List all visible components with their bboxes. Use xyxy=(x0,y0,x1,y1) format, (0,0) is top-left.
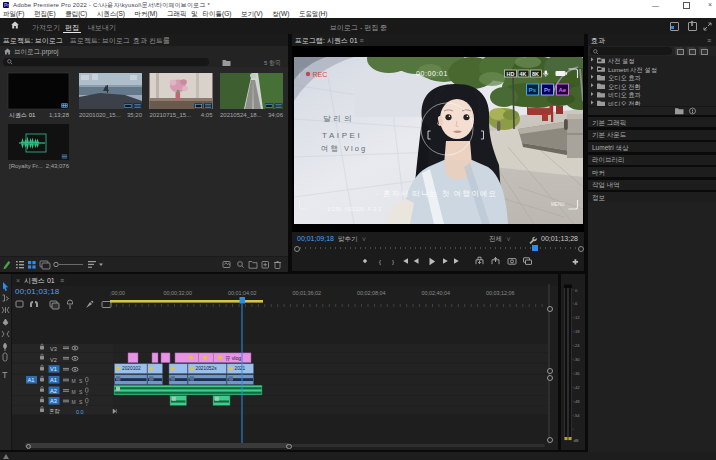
svg-text:뀨 vlog: 뀨 vlog xyxy=(225,355,241,361)
svg-text:00;03;12;06: 00;03;12;06 xyxy=(486,290,514,296)
svg-text:오디오 전환: 오디오 전환 xyxy=(608,83,641,90)
svg-text:4;05: 4;05 xyxy=(201,112,213,118)
svg-text:{: { xyxy=(379,259,381,265)
svg-text:오디오 효과: 오디오 효과 xyxy=(608,74,641,81)
svg-text:M: M xyxy=(72,378,76,384)
svg-text:여행 Vlog: 여행 Vlog xyxy=(321,144,367,153)
svg-text:-12: -12 xyxy=(574,315,581,320)
svg-text:35;20: 35;20 xyxy=(127,112,143,118)
svg-text:-54: -54 xyxy=(574,413,581,418)
svg-text:M: M xyxy=(72,399,76,405)
svg-text:00;00;32;00: 00;00;32;00 xyxy=(164,290,192,296)
svg-text:dB: dB xyxy=(574,438,579,443)
svg-text:}: } xyxy=(392,259,394,265)
svg-text:M: M xyxy=(72,389,76,395)
svg-text:34;06: 34;06 xyxy=(268,112,284,118)
svg-text:-24: -24 xyxy=(574,343,581,348)
svg-text:TAIPEI: TAIPEI xyxy=(322,131,362,140)
svg-text:;00;00: ;00;00 xyxy=(110,290,125,296)
svg-text:HD: HD xyxy=(506,71,514,77)
svg-text:2;43;076: 2;43;076 xyxy=(46,163,70,169)
svg-text:00;01;04;02: 00;01;04;02 xyxy=(228,290,256,296)
svg-text:20210524_18...: 20210524_18... xyxy=(220,112,262,118)
svg-text:00;01;36;02: 00;01;36;02 xyxy=(293,290,321,296)
svg-text:비디오 효과: 비디오 효과 xyxy=(608,91,641,98)
svg-text:1/250 ISO200 F 2.2: 1/250 ISO200 F 2.2 xyxy=(327,206,381,212)
svg-text:시퀀스 01: 시퀀스 01 xyxy=(9,112,36,118)
svg-text:A2: A2 xyxy=(50,388,57,394)
svg-text:-18: -18 xyxy=(574,329,581,334)
svg-text:A1: A1 xyxy=(50,377,57,383)
svg-text:1;13;28: 1;13;28 xyxy=(49,112,70,118)
svg-text:[Royalty Fr...: [Royalty Fr... xyxy=(9,163,43,169)
svg-text:- 혼자서 떠나는 첫 여행이에요: - 혼자서 떠나는 첫 여행이에요 xyxy=(376,189,497,198)
svg-text:달리의: 달리의 xyxy=(323,114,355,123)
svg-text:A1: A1 xyxy=(28,377,35,383)
svg-text:Ae: Ae xyxy=(558,87,566,93)
svg-text:00:00:01: 00:00:01 xyxy=(416,70,448,77)
svg-text:MENU: MENU xyxy=(551,202,565,207)
svg-text:사전 설정: 사전 설정 xyxy=(608,57,634,65)
svg-text:0: 0 xyxy=(575,288,578,293)
svg-text:A3: A3 xyxy=(50,398,57,404)
svg-text:혼합: 혼합 xyxy=(49,408,60,414)
svg-text:T: T xyxy=(2,370,8,380)
svg-text:20201020_15...: 20201020_15... xyxy=(79,112,121,118)
svg-text:8K: 8K xyxy=(532,71,539,77)
svg-text:4K: 4K xyxy=(519,71,526,77)
svg-text:0.0: 0.0 xyxy=(76,409,84,415)
svg-text:2021052s: 2021052s xyxy=(196,366,218,371)
svg-text:-42: -42 xyxy=(574,385,581,390)
svg-text:-30: -30 xyxy=(574,357,581,362)
svg-text:2021: 2021 xyxy=(235,366,246,371)
svg-text:00;02;40;04: 00;02;40;04 xyxy=(422,290,450,296)
svg-text:Pr: Pr xyxy=(544,87,551,93)
svg-text:V2: V2 xyxy=(50,357,57,363)
svg-text:20210715_15...: 20210715_15... xyxy=(150,112,192,118)
svg-text:2020102: 2020102 xyxy=(122,366,141,371)
svg-text:00;02;08;04: 00;02;08;04 xyxy=(357,290,385,296)
svg-text:Ps: Ps xyxy=(528,87,536,93)
svg-text:Lumetri 사전 설정: Lumetri 사전 설정 xyxy=(608,66,657,74)
svg-text:V1: V1 xyxy=(50,366,57,372)
svg-text:V3: V3 xyxy=(50,346,57,352)
svg-text:-48: -48 xyxy=(574,399,581,404)
svg-text:-6: -6 xyxy=(574,301,578,306)
svg-text:-36: -36 xyxy=(574,371,581,376)
